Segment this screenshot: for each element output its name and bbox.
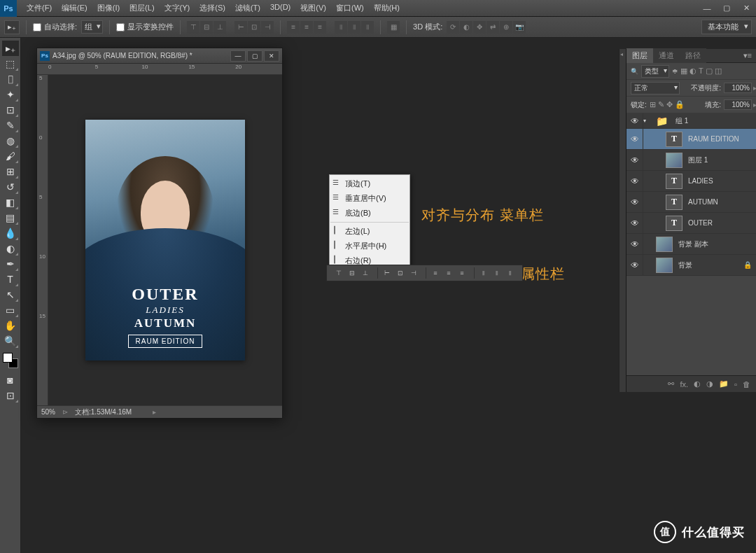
menu-window[interactable]: 窗口(W) bbox=[332, 1, 368, 15]
history-brush-tool[interactable]: ↺ bbox=[2, 179, 19, 195]
zoom-tool[interactable]: 🔍 bbox=[2, 333, 19, 349]
layer-autumn[interactable]: 👁 T AUTUMN bbox=[626, 192, 756, 213]
ctx-align-vcenter[interactable]: 垂直居中(V) bbox=[330, 191, 410, 206]
marquee-tool[interactable]: ⬚ bbox=[2, 56, 19, 71]
vertical-ruler[interactable]: 5051015 bbox=[37, 75, 48, 405]
workspace-dropdown[interactable]: 基本功能 bbox=[701, 20, 752, 34]
brush-tool[interactable]: 🖌 bbox=[2, 148, 19, 164]
menu-edit[interactable]: 编辑(E) bbox=[57, 1, 92, 15]
tab-paths[interactable]: 路径 bbox=[680, 48, 706, 63]
lasso-tool[interactable]: ⌷ bbox=[2, 71, 19, 87]
hand-tool[interactable]: ✋ bbox=[2, 318, 19, 333]
strip-align-right-icon[interactable]: ⊣ bbox=[407, 267, 420, 279]
align-top-icon[interactable]: ⊤ bbox=[187, 21, 200, 34]
strip-align-bot-icon[interactable]: ⊥ bbox=[359, 267, 372, 279]
align-right-icon[interactable]: ⊣ bbox=[261, 21, 274, 34]
close-button[interactable]: ✕ bbox=[736, 1, 756, 15]
move-tool[interactable]: ▸₊ bbox=[2, 41, 19, 56]
fx-icon[interactable]: fx. bbox=[680, 380, 688, 388]
auto-select-checkbox[interactable]: 自动选择: bbox=[33, 22, 77, 32]
strip-dist-top-icon[interactable]: ≡ bbox=[429, 267, 442, 279]
delete-layer-icon[interactable]: 🗑 bbox=[743, 380, 750, 388]
show-transform-checkbox[interactable]: 显示变换控件 bbox=[116, 22, 174, 32]
strip-dist-bot-icon[interactable]: ≡ bbox=[456, 267, 468, 279]
maximize-button[interactable]: ▢ bbox=[717, 1, 736, 15]
3d-roll-icon[interactable]: ◐ bbox=[460, 21, 472, 34]
visibility-toggle[interactable]: 👁 bbox=[626, 129, 643, 149]
gradient-tool[interactable]: ▤ bbox=[2, 210, 19, 225]
menu-help[interactable]: 帮助(H) bbox=[370, 1, 404, 15]
strip-align-vc-icon[interactable]: ⊟ bbox=[346, 267, 358, 279]
auto-align-icon[interactable]: ▦ bbox=[387, 21, 400, 34]
fill-input[interactable]: 100% bbox=[724, 99, 752, 110]
lock-all-icon[interactable]: 🔒 bbox=[675, 100, 685, 109]
menu-file[interactable]: 文件(F) bbox=[22, 1, 56, 15]
doc-close-button[interactable]: ✕ bbox=[264, 50, 279, 62]
dist-bottom-icon[interactable]: ≡ bbox=[314, 21, 326, 34]
visibility-toggle[interactable]: 👁 bbox=[626, 234, 643, 254]
menu-3d[interactable]: 3D(D) bbox=[266, 1, 295, 15]
strip-align-hc-icon[interactable]: ⊡ bbox=[394, 267, 407, 279]
visibility-toggle[interactable]: 👁 bbox=[626, 113, 643, 128]
dist-vcenter-icon[interactable]: ≡ bbox=[300, 21, 313, 34]
strip-dist-right-icon[interactable]: ⦀ bbox=[504, 267, 517, 279]
align-left-icon[interactable]: ⊢ bbox=[234, 21, 247, 34]
new-group-icon[interactable]: 📁 bbox=[719, 379, 729, 388]
visibility-toggle[interactable]: 👁 bbox=[626, 213, 643, 233]
dodge-tool[interactable]: ◐ bbox=[2, 241, 19, 256]
path-tool[interactable]: ↖ bbox=[2, 287, 19, 302]
visibility-toggle[interactable]: 👁 bbox=[626, 171, 643, 191]
filter-kind-dropdown[interactable]: 类型 bbox=[641, 65, 669, 78]
filter-shape-icon[interactable]: ▢ bbox=[706, 66, 713, 76]
stamp-tool[interactable]: ⊞ bbox=[2, 164, 19, 179]
layer-outer[interactable]: 👁 T OUTER bbox=[626, 213, 756, 234]
layer-raum[interactable]: 👁 T RAUM EDITION bbox=[626, 129, 756, 150]
tab-channels[interactable]: 通道 bbox=[653, 48, 680, 63]
screenmode-tool[interactable]: ⊡ bbox=[2, 388, 19, 403]
3d-slide-icon[interactable]: ⇄ bbox=[486, 21, 499, 34]
menu-view[interactable]: 视图(V) bbox=[296, 1, 330, 15]
document-titlebar[interactable]: Ps A34.jpg @ 50% (RAUM EDITION, RGB/8#) … bbox=[37, 48, 282, 64]
dist-right-icon[interactable]: ⦀ bbox=[361, 21, 374, 34]
strip-align-top-icon[interactable]: ⊤ bbox=[332, 267, 345, 279]
panel-collapse-strip[interactable] bbox=[619, 49, 626, 392]
filter-adjust-icon[interactable]: ◐ bbox=[690, 66, 696, 76]
ctx-align-bottom[interactable]: 底边(B) bbox=[330, 206, 410, 220]
new-layer-icon[interactable]: ▫ bbox=[734, 380, 737, 388]
filter-smart-icon[interactable]: ◫ bbox=[715, 66, 722, 76]
dist-hcenter-icon[interactable]: ⦀ bbox=[348, 21, 360, 34]
link-layers-icon[interactable]: ⚯ bbox=[668, 379, 674, 388]
opacity-input[interactable]: 100% bbox=[724, 83, 752, 93]
menu-image[interactable]: 图像(I) bbox=[93, 1, 124, 15]
menu-layer[interactable]: 图层(L) bbox=[125, 1, 158, 15]
heal-tool[interactable]: ◍ bbox=[2, 133, 19, 148]
panel-menu-icon[interactable]: ▾≡ bbox=[739, 51, 756, 60]
ctx-align-left[interactable]: 左边(L) bbox=[330, 224, 410, 239]
layer-1[interactable]: 👁 图层 1 bbox=[626, 150, 756, 171]
doc-maximize-button[interactable]: ▢ bbox=[247, 50, 262, 62]
visibility-toggle[interactable]: 👁 bbox=[626, 150, 643, 170]
dist-left-icon[interactable]: ⦀ bbox=[335, 21, 347, 34]
fg-bg-swatch[interactable] bbox=[3, 353, 18, 368]
eraser-tool[interactable]: ◧ bbox=[2, 195, 19, 210]
layer-group[interactable]: 👁 ▾ 📁 组 1 bbox=[626, 113, 756, 129]
mask-icon[interactable]: ◐ bbox=[694, 379, 701, 388]
visibility-toggle[interactable]: 👁 bbox=[626, 192, 643, 212]
doc-minimize-button[interactable]: — bbox=[230, 50, 246, 62]
strip-align-left-icon[interactable]: ⊢ bbox=[381, 267, 393, 279]
zoom-level[interactable]: 50% bbox=[41, 408, 55, 416]
strip-dist-left-icon[interactable]: ⦀ bbox=[477, 267, 490, 279]
align-hcenter-icon[interactable]: ⊡ bbox=[248, 21, 260, 34]
menu-select[interactable]: 选择(S) bbox=[195, 1, 230, 15]
blur-tool[interactable]: 💧 bbox=[2, 225, 19, 241]
menu-type[interactable]: 文字(Y) bbox=[160, 1, 195, 15]
ctx-align-hcenter[interactable]: 水平居中(H) bbox=[330, 239, 410, 253]
ctx-align-top[interactable]: 顶边(T) bbox=[330, 176, 410, 191]
3d-pan-icon[interactable]: ✥ bbox=[473, 21, 486, 34]
filter-type-icon[interactable]: T bbox=[699, 66, 704, 76]
pen-tool[interactable]: ✒ bbox=[2, 256, 19, 272]
eyedropper-tool[interactable]: ✎ bbox=[2, 118, 19, 133]
auto-select-dropdown[interactable]: 组 bbox=[81, 20, 103, 34]
strip-dist-vc-icon[interactable]: ≡ bbox=[442, 267, 455, 279]
layer-bg-copy[interactable]: 👁 背景 副本 bbox=[626, 234, 756, 255]
